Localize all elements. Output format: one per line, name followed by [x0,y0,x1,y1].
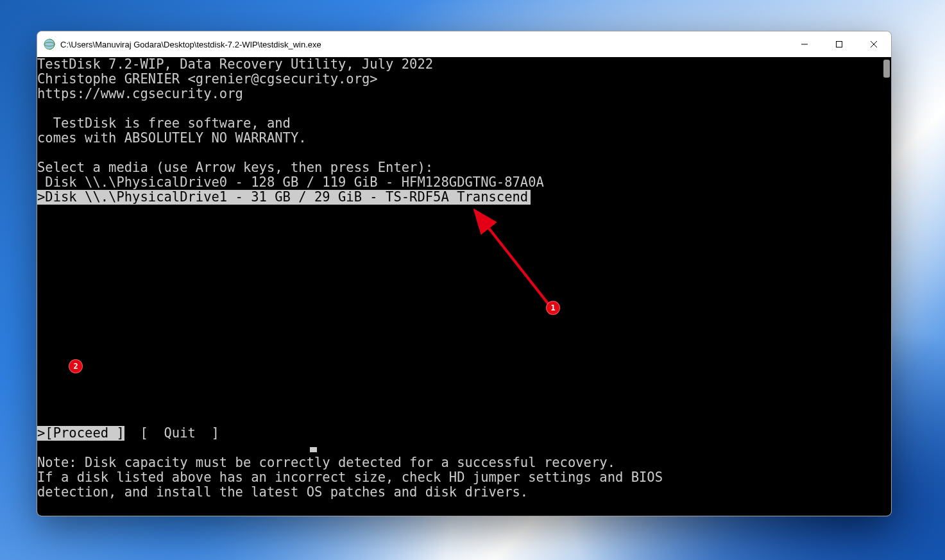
header-line: Christophe GRENIER <grenier@cgsecurity.o… [37,72,891,87]
disk-option-selected[interactable]: >Disk \\.\PhysicalDrive1 - 31 GB / 29 Gi… [37,190,531,205]
note-line: Note: Disk capacity must be correctly de… [37,455,891,470]
blank-line [37,234,891,249]
proceed-option[interactable]: >[Proceed ] [37,426,124,441]
select-prompt: Select a media (use Arrow keys, then pre… [37,160,891,175]
blank-line [37,278,891,293]
disk-option[interactable]: Disk \\.\PhysicalDrive0 - 128 GB / 119 G… [37,174,547,190]
blank-line [37,411,891,426]
quit-option[interactable]: [ Quit ] [124,426,219,441]
svg-rect-3 [837,42,842,47]
blank-line [37,337,891,352]
free-software-line: TestDisk is free software, and [37,116,891,131]
note-line: If a disk listed above has an incorrect … [37,470,891,485]
blank-line [37,264,891,278]
blank-line [37,308,891,323]
blank-line [37,293,891,308]
window-title: C:\Users\Manuviraj Godara\Desktop\testdi… [60,40,321,49]
terminal-window: C:\Users\Manuviraj Godara\Desktop\testdi… [37,31,892,516]
header-line: https://www.cgsecurity.org [37,87,891,101]
close-button[interactable] [856,31,891,57]
cursor-line [37,441,891,455]
cursor-icon [310,447,317,452]
blank-line [37,367,891,382]
terminal-area[interactable]: TestDisk 7.2-WIP, Data Recovery Utility,… [37,57,891,516]
free-software-line: comes with ABSOLUTELY NO WARRANTY. [37,131,891,146]
header-line: TestDisk 7.2-WIP, Data Recovery Utility,… [37,57,891,72]
app-icon [44,38,55,50]
blank-line [37,249,891,264]
blank-line [37,382,891,396]
blank-line [37,146,891,160]
blank-line [37,219,891,234]
blank-line [37,396,891,411]
titlebar[interactable]: C:\Users\Manuviraj Godara\Desktop\testdi… [37,31,891,57]
blank-line [37,352,891,367]
note-line: detection, and install the latest OS pat… [37,485,891,500]
scrollbar-thumb[interactable] [883,60,890,78]
menu-row: >[Proceed ] [ Quit ] [37,426,891,441]
maximize-button[interactable] [822,31,856,57]
blank-line [37,323,891,337]
blank-line [37,205,891,219]
blank-line [37,101,891,116]
minimize-button[interactable] [787,31,822,57]
